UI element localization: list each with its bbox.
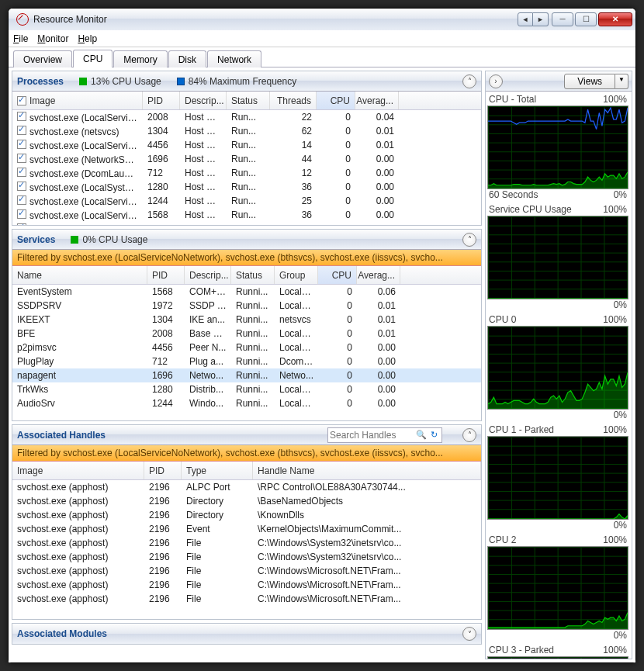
col-pid[interactable]: PID [143, 92, 180, 109]
menu-monitor[interactable]: Monitor [37, 33, 68, 44]
col-avg[interactable]: Averag... [357, 266, 400, 284]
charts-toolbar: › Views ▼ [486, 71, 632, 92]
menu-file[interactable]: File [13, 33, 28, 44]
table-row[interactable]: p2pimsvc4456Peer N... Runni...LocalS...0… [12, 341, 481, 355]
row-checkbox[interactable] [17, 195, 26, 205]
services-rows[interactable]: EventSystem1568COM+ ... Runni...LocalS..… [12, 285, 481, 420]
row-checkbox[interactable] [17, 154, 26, 163]
pager[interactable]: ◄ ► [518, 12, 549, 26]
search-input[interactable] [330, 430, 415, 441]
tab-cpu[interactable]: CPU [73, 50, 113, 67]
charts-list[interactable]: CPU - Total100% 60 Seconds0% Service CPU… [486, 92, 632, 659]
cpu-usage-icon [71, 236, 78, 244]
table-row[interactable]: svchost.exe (apphost)2196ALPC Port\RPC C… [12, 480, 481, 494]
close-button[interactable]: ✕ [598, 12, 632, 26]
col-type[interactable]: Type [182, 462, 253, 479]
table-row[interactable]: AudioSrv1244Windo... Runni...LocalS...00… [12, 396, 481, 410]
table-row[interactable]: svchost.exe (apphost)2196Event\KernelObj… [12, 522, 481, 536]
table-row[interactable]: svchost.exe (apphost)2196FileC:\Windows\… [12, 564, 481, 578]
menu-help[interactable]: Help [78, 33, 97, 44]
chart-canvas [487, 656, 628, 659]
collapse-icon[interactable]: ˄ [462, 428, 476, 442]
row-checkbox[interactable] [17, 140, 26, 149]
chart-title: CPU 2 [489, 534, 516, 545]
views-button[interactable]: Views ▼ [564, 74, 628, 89]
select-all-checkbox[interactable] [17, 96, 26, 105]
refresh-icon[interactable]: ↻ [428, 430, 440, 440]
row-checkbox[interactable] [17, 209, 26, 219]
search-icon[interactable]: 🔍 [415, 430, 428, 440]
tab-overview[interactable]: Overview [13, 50, 72, 67]
col-cpu[interactable]: CPU [317, 92, 355, 109]
row-checkbox[interactable] [17, 168, 26, 177]
table-row[interactable]: svchost.exe (LocalService) 1568Host Pr..… [12, 208, 481, 222]
chart-block: CPU 1 - Parked100% 0% [487, 424, 628, 532]
col-pid[interactable]: PID [144, 462, 182, 479]
tab-network[interactable]: Network [207, 50, 261, 67]
titlebar[interactable]: Resource Monitor ◄ ► ─ ☐ ✕ [9, 9, 635, 30]
col-threads[interactable]: Threads [270, 92, 317, 109]
views-label[interactable]: Views [564, 74, 615, 89]
services-header[interactable]: Services 0% CPU Usage ˄ [12, 230, 481, 250]
col-desc[interactable]: Descrip... [180, 92, 227, 109]
chart-foot-left: 60 Seconds [489, 189, 538, 200]
processes-header[interactable]: Processes 13% CPU Usage 84% Maximum Freq… [12, 71, 481, 92]
table-row[interactable]: svchost.exe (LocalServiceNet... 1244Host… [12, 194, 481, 208]
table-row[interactable]: svchost.exe (apphost)2196FileC:\Windows\… [12, 578, 481, 592]
table-row[interactable]: svchost.exe (apphost) 2196Host Pr...Run.… [12, 222, 481, 225]
table-row[interactable]: svchost.exe (LocalServicePee... 4456Host… [12, 138, 481, 152]
handles-rows[interactable]: svchost.exe (apphost)2196ALPC Port\RPC C… [12, 480, 481, 619]
pager-next-icon[interactable]: ► [533, 12, 549, 26]
tab-memory[interactable]: Memory [113, 50, 167, 67]
chart-canvas [487, 546, 628, 630]
chart-max: 100% [603, 534, 627, 545]
row-checkbox[interactable] [17, 223, 26, 226]
col-avg[interactable]: Averag... [355, 92, 399, 109]
table-row[interactable]: PlugPlay712Plug a... Runni...DcomL...00.… [12, 355, 481, 368]
collapse-right-icon[interactable]: › [489, 74, 503, 88]
search-handles[interactable]: 🔍 ↻ [327, 427, 442, 443]
table-row[interactable]: svchost.exe (apphost)2196FileC:\Windows\… [12, 536, 481, 550]
tab-disk[interactable]: Disk [168, 50, 206, 67]
row-checkbox[interactable] [17, 182, 26, 191]
table-row[interactable]: svchost.exe (apphost)2196FileC:\Windows\… [12, 592, 481, 606]
chevron-down-icon[interactable]: ▼ [615, 74, 628, 89]
col-image[interactable]: Image [12, 462, 144, 479]
table-row[interactable]: SSDPSRV1972SSDP D... Runni...LocalS...00… [12, 299, 481, 313]
table-row[interactable]: svchost.exe (DcomLaunch) 712Host Pr...Ru… [12, 166, 481, 180]
handles-header[interactable]: Associated Handles 🔍 ↻ ˄ [12, 425, 481, 445]
table-row[interactable]: svchost.exe (LocalServiceNo... 2008Host … [12, 110, 481, 124]
maximize-button[interactable]: ☐ [575, 12, 597, 26]
col-desc[interactable]: Descrip... [185, 266, 231, 284]
col-status[interactable]: Status [231, 266, 275, 284]
pager-prev-icon[interactable]: ◄ [518, 12, 533, 26]
table-row[interactable]: BFE2008Base Fi... Runni...LocalS...00.01 [12, 327, 481, 341]
collapse-icon[interactable]: ˄ [462, 233, 476, 247]
col-handle-name[interactable]: Handle Name [253, 462, 481, 479]
col-pid[interactable]: PID [147, 266, 185, 284]
table-row[interactable]: napagent1696Netwo... Runni...Netwo...00.… [12, 368, 481, 382]
processes-rows[interactable]: svchost.exe (LocalServiceNo... 2008Host … [12, 110, 481, 225]
panel-title: Processes [17, 76, 64, 87]
table-row[interactable]: svchost.exe (LocalSystemNet... 1280Host … [12, 180, 481, 194]
row-checkbox[interactable] [17, 112, 26, 121]
table-row[interactable]: svchost.exe (NetworkService) 1696Host Pr… [12, 152, 481, 166]
panel-title: Associated Handles [17, 430, 106, 441]
col-cpu[interactable]: CPU [318, 266, 357, 284]
col-group[interactable]: Group [275, 266, 318, 284]
table-row[interactable]: svchost.exe (apphost)2196Directory\Known… [12, 508, 481, 522]
table-row[interactable]: TrkWks1280Distrib... Runni...LocalS...00… [12, 382, 481, 396]
collapse-icon[interactable]: ˄ [462, 74, 476, 88]
table-row[interactable]: EventSystem1568COM+ ... Runni...LocalS..… [12, 285, 481, 299]
table-row[interactable]: svchost.exe (netsvcs) 1304Host Pr...Run.… [12, 124, 481, 138]
expand-icon[interactable]: ˅ [462, 627, 476, 641]
table-row[interactable]: svchost.exe (apphost)2196Directory\BaseN… [12, 494, 481, 508]
minimize-button[interactable]: ─ [552, 12, 573, 26]
col-name[interactable]: Name [12, 266, 147, 284]
cpu-usage-label: 13% CPU Usage [91, 76, 161, 87]
row-checkbox[interactable] [17, 126, 26, 135]
table-row[interactable]: svchost.exe (apphost)2196FileC:\Windows\… [12, 550, 481, 564]
modules-header[interactable]: Associated Modules ˅ [12, 624, 481, 644]
col-status[interactable]: Status [227, 92, 270, 109]
table-row[interactable]: IKEEXT1304IKE an... Runni...netsvcs00.01 [12, 313, 481, 327]
